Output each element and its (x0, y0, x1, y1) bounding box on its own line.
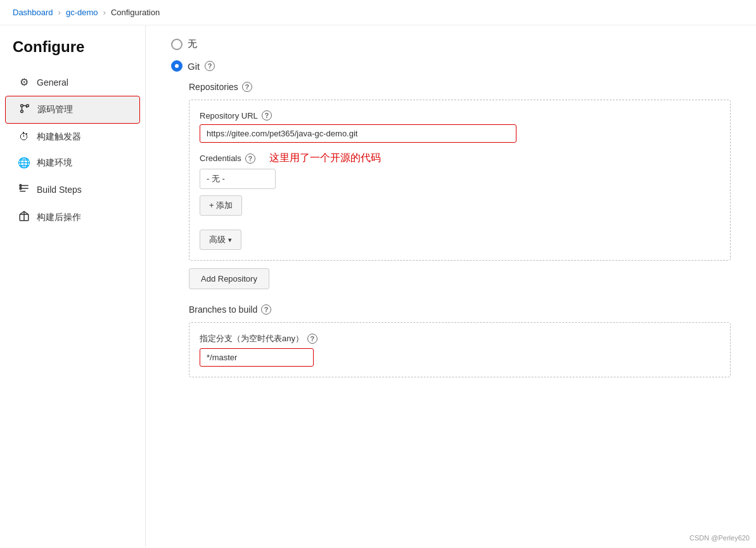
breadcrumb: Dashboard › gc-demo › Configuration (0, 0, 756, 25)
breadcrumb-sep-2: › (103, 8, 106, 17)
add-repository-label: Add Repository (201, 274, 257, 284)
git-help-icon[interactable]: ? (205, 61, 215, 71)
svg-point-1 (21, 110, 23, 113)
breadcrumb-dashboard[interactable]: Dashboard (13, 8, 53, 17)
none-label: 无 (188, 38, 197, 50)
repositories-label-text: Repositories (189, 82, 238, 92)
annotation-text: 这里用了一个开源的代码 (269, 152, 381, 165)
branch-dashed-box: 指定分支（为空时代表any） ? (189, 322, 731, 377)
add-credentials-button[interactable]: + 添加 (200, 195, 242, 216)
sidebar-general-label: General (37, 77, 68, 88)
clock-icon: ⏱ (18, 131, 30, 143)
git-label: Git (188, 61, 200, 72)
credentials-help-icon[interactable]: ? (245, 153, 255, 164)
sidebar-post-build-label: 构建后操作 (37, 212, 81, 223)
sidebar-item-post-build[interactable]: 构建后操作 (5, 204, 140, 231)
repositories-label-row: Repositories ? (189, 82, 731, 92)
branches-label-row: Branches to build ? (189, 304, 731, 315)
chevron-down-icon: ▾ (228, 236, 232, 244)
gear-icon: ⚙ (18, 76, 30, 88)
branch-icon (18, 103, 31, 117)
sidebar-build-steps-label: Build Steps (37, 185, 82, 195)
sidebar-title: Configure (0, 38, 145, 68)
sidebar-environment-label: 构建环境 (37, 157, 72, 169)
sidebar-item-build-steps[interactable]: Build Steps (5, 176, 140, 203)
advanced-label: 高级 (209, 234, 226, 245)
credentials-field: Credentials ? 这里用了一个开源的代码 - 无 - + 添加 (200, 152, 720, 221)
none-radio-button[interactable] (171, 39, 183, 50)
repository-url-field: Repository URL ? (200, 110, 720, 143)
none-radio-row: 无 (171, 38, 731, 50)
repository-url-label-text: Repository URL (200, 111, 258, 121)
branches-label-text: Branches to build (189, 304, 257, 315)
sidebar: Configure ⚙ General 源码管理 ⏱ 构建触发器 🌐 构建环境 (0, 25, 146, 547)
branches-section: Branches to build ? 指定分支（为空时代表any） ? (189, 304, 731, 377)
main-layout: Configure ⚙ General 源码管理 ⏱ 构建触发器 🌐 构建环境 (0, 25, 756, 547)
branch-input[interactable] (200, 348, 314, 367)
branch-help-icon[interactable]: ? (307, 334, 317, 344)
breadcrumb-configuration: Configuration (111, 8, 160, 17)
credentials-select[interactable]: - 无 - (200, 169, 276, 189)
main-content: 无 Git ? Repositories ? Repository URL ? (146, 25, 756, 547)
branch-field-label-row: 指定分支（为空时代表any） ? (200, 333, 720, 344)
repository-url-input[interactable] (200, 124, 516, 143)
sidebar-item-environment[interactable]: 🌐 构建环境 (5, 150, 140, 175)
watermark: CSDN @Perley620 (689, 534, 750, 542)
package-icon (18, 211, 30, 225)
git-radio-button[interactable] (171, 60, 183, 72)
advanced-button[interactable]: 高级 ▾ (200, 230, 241, 250)
sidebar-triggers-label: 构建触发器 (37, 131, 81, 143)
repositories-help-icon[interactable]: ? (242, 82, 252, 92)
breadcrumb-gc-demo[interactable]: gc-demo (66, 8, 98, 17)
add-credentials-label: + 添加 (209, 200, 233, 211)
breadcrumb-sep-1: › (58, 8, 61, 17)
svg-point-0 (21, 105, 23, 107)
branches-help-icon[interactable]: ? (261, 304, 271, 315)
add-repository-button[interactable]: Add Repository (189, 268, 269, 289)
sidebar-item-source[interactable]: 源码管理 (5, 96, 140, 124)
git-section-header: Git ? (171, 60, 731, 72)
repository-url-help-icon[interactable]: ? (262, 110, 272, 121)
sidebar-source-label: 源码管理 (37, 104, 73, 115)
sidebar-item-general[interactable]: ⚙ General (5, 70, 140, 95)
sidebar-item-triggers[interactable]: ⏱ 构建触发器 (5, 125, 140, 149)
steps-icon (18, 183, 30, 197)
credentials-select-row: - 无 - (200, 169, 720, 189)
credentials-label-row: Credentials ? 这里用了一个开源的代码 (200, 152, 720, 165)
repository-url-label-row: Repository URL ? (200, 110, 720, 121)
advanced-row: 高级 ▾ (200, 230, 720, 250)
repository-dashed-box: Repository URL ? Credentials ? 这里用了一个开源的… (189, 100, 731, 261)
branch-field-label-text: 指定分支（为空时代表any） (200, 333, 304, 344)
globe-icon: 🌐 (18, 157, 30, 169)
repositories-section: Repositories ? Repository URL ? Credenti… (189, 82, 731, 377)
credentials-label-text: Credentials (200, 153, 241, 163)
